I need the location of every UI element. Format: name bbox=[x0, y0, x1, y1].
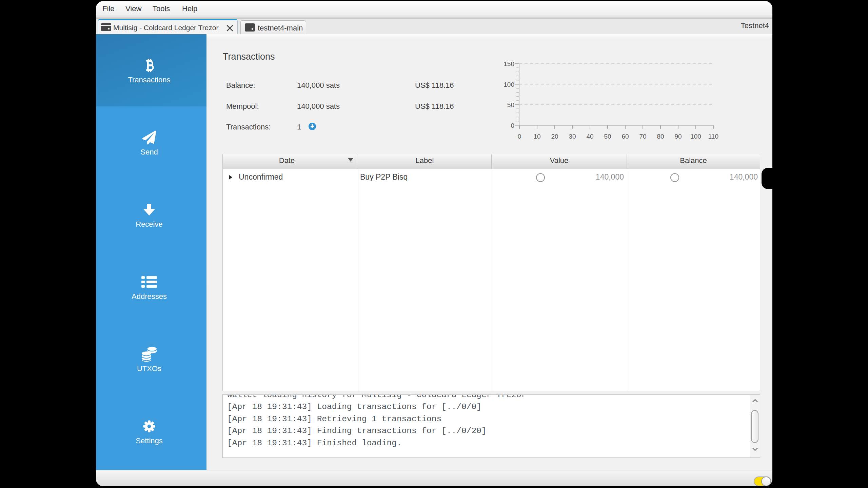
svg-text:100: 100 bbox=[690, 133, 701, 140]
svg-text:30: 30 bbox=[569, 133, 576, 140]
svg-text:70: 70 bbox=[639, 133, 646, 140]
svg-text:10: 10 bbox=[533, 133, 540, 140]
svg-text:40: 40 bbox=[586, 133, 593, 140]
svg-text:80: 80 bbox=[657, 133, 664, 140]
svg-text:20: 20 bbox=[551, 133, 558, 140]
svg-text:150: 150 bbox=[504, 60, 514, 67]
svg-text:100: 100 bbox=[504, 81, 514, 88]
svg-text:60: 60 bbox=[622, 133, 629, 140]
svg-text:90: 90 bbox=[674, 133, 682, 140]
svg-text:0: 0 bbox=[518, 133, 521, 140]
svg-text:0: 0 bbox=[511, 122, 514, 129]
svg-text:110: 110 bbox=[708, 133, 718, 140]
svg-text:50: 50 bbox=[604, 133, 611, 140]
svg-text:50: 50 bbox=[507, 101, 514, 108]
